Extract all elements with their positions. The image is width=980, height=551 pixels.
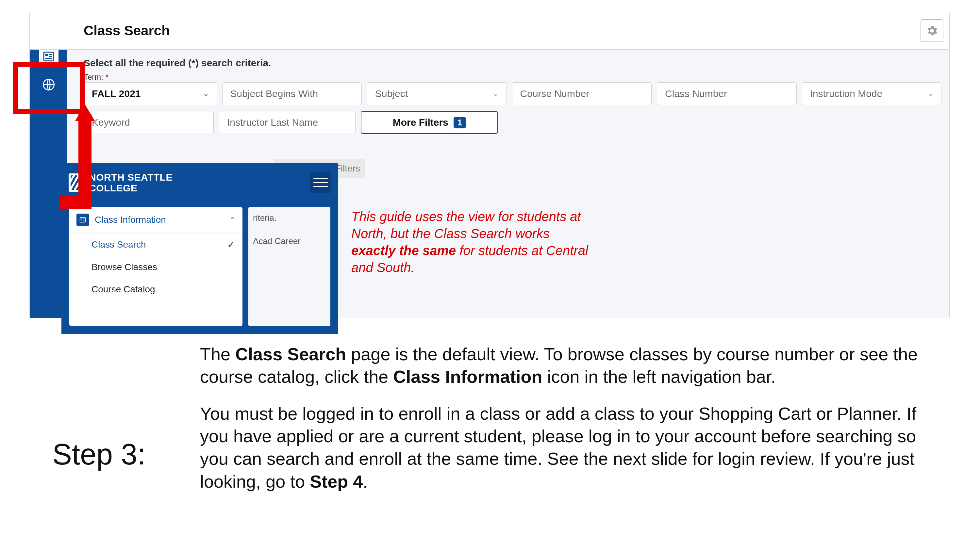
popout-menu-item-course-catalog[interactable]: Course Catalog xyxy=(69,278,242,300)
subject-begins-with-placeholder: Subject Begins With xyxy=(231,88,318,99)
svg-rect-2 xyxy=(49,54,52,55)
nav-popout-panel: NORTH SEATTLE COLLEGE Class Information … xyxy=(61,163,338,334)
keyword-placeholder: Keyword xyxy=(92,117,130,128)
required-marker: * xyxy=(105,73,108,81)
chevron-down-icon: ⌄ xyxy=(928,89,933,98)
popout-right-acad-text: Acad Career xyxy=(253,236,326,246)
guide-note: This guide uses the view for students at… xyxy=(351,208,652,276)
more-filters-button[interactable]: More Filters 1 xyxy=(361,111,498,134)
step-paragraph-2: You must be logged in to enroll in a cla… xyxy=(200,402,926,492)
chevron-up-icon: ⌃ xyxy=(229,216,235,224)
term-select[interactable]: FALL 2021 ⌄ xyxy=(84,82,217,105)
check-icon: ✓ xyxy=(227,239,235,250)
step-label: Step 3: xyxy=(52,438,145,471)
gear-icon xyxy=(926,24,939,37)
svg-rect-1 xyxy=(45,54,48,56)
hamburger-icon xyxy=(313,182,328,183)
popout-menu-item-label: Browse Classes xyxy=(92,262,157,272)
class-number-placeholder: Class Number xyxy=(665,88,727,99)
page-title: Class Search xyxy=(84,23,170,38)
svg-rect-10 xyxy=(83,220,84,221)
filter-row-1: FALL 2021 ⌄ Subject Begins With Subject … xyxy=(84,82,942,105)
class-information-icon-button[interactable] xyxy=(39,47,59,66)
keyword-input[interactable]: Keyword xyxy=(84,111,214,134)
chevron-down-icon: ⌄ xyxy=(493,89,499,98)
step-paragraph-1: The Class Search page is the default vie… xyxy=(200,343,926,388)
popout-menu-item-label: Class Search xyxy=(92,240,146,250)
class-number-input[interactable]: Class Number xyxy=(657,82,796,105)
popout-right-panel: riteria. Acad Career xyxy=(248,207,330,326)
subject-begins-with-input[interactable]: Subject Begins With xyxy=(222,82,362,105)
settings-button[interactable] xyxy=(921,19,943,42)
svg-rect-9 xyxy=(83,219,84,219)
popout-menu-item-label: Course Catalog xyxy=(92,284,155,295)
popout-menu-header-label: Class Information xyxy=(95,214,166,225)
globe-icon xyxy=(41,78,56,92)
more-filters-label: More Filters xyxy=(393,117,448,128)
instruction-mode-placeholder: Instruction Mode xyxy=(810,88,883,99)
college-logo xyxy=(68,173,85,192)
svg-rect-3 xyxy=(49,56,52,57)
term-label: Term: * xyxy=(84,73,942,82)
class-info-icon-small xyxy=(76,214,89,226)
more-filters-count-badge: 1 xyxy=(453,117,466,129)
popout-menu-item-browse-classes[interactable]: Browse Classes xyxy=(69,256,242,278)
term-label-text: Term: xyxy=(84,73,103,81)
search-instruction-text: Select all the required (*) search crite… xyxy=(84,57,942,68)
header-bar: Class Search xyxy=(30,12,949,50)
instruction-mode-select[interactable]: Instruction Mode ⌄ xyxy=(802,82,942,105)
subject-select[interactable]: Subject ⌄ xyxy=(367,82,506,105)
popout-menu: Class Information ⌃ Class Search ✓ Brows… xyxy=(69,207,242,326)
course-number-placeholder: Course Number xyxy=(520,88,590,99)
popout-menu-header[interactable]: Class Information ⌃ xyxy=(69,207,242,233)
college-name: NORTH SEATTLE COLLEGE xyxy=(89,172,173,193)
popout-header: NORTH SEATTLE COLLEGE xyxy=(63,165,337,200)
college-name-line1: NORTH SEATTLE xyxy=(89,172,173,183)
svg-rect-8 xyxy=(81,219,82,219)
svg-rect-4 xyxy=(45,58,52,59)
term-value: FALL 2021 xyxy=(92,88,141,99)
popout-right-criteria-text: riteria. xyxy=(253,213,326,223)
subject-placeholder: Subject xyxy=(375,88,408,99)
class-info-icon xyxy=(43,51,54,62)
step-body: The Class Search page is the default vie… xyxy=(200,343,926,493)
popout-body: Class Information ⌃ Class Search ✓ Brows… xyxy=(63,200,337,332)
popout-hamburger-button[interactable] xyxy=(310,172,331,193)
globe-icon-button[interactable] xyxy=(41,78,56,93)
filter-row-2: Keyword Instructor Last Name More Filter… xyxy=(84,111,942,134)
popout-menu-item-class-search[interactable]: Class Search ✓ xyxy=(69,233,242,256)
instructor-last-name-input[interactable]: Instructor Last Name xyxy=(219,111,356,134)
instructor-last-name-placeholder: Instructor Last Name xyxy=(227,117,318,128)
guide-note-line1: This guide uses the view for students at xyxy=(351,210,581,224)
college-name-line2: COLLEGE xyxy=(89,183,138,193)
guide-note-line3-rest: for students at Central xyxy=(456,243,588,258)
guide-note-line2: North, but the Class Search works xyxy=(351,226,550,241)
guide-note-line4: and South. xyxy=(351,260,415,275)
chevron-down-icon: ⌄ xyxy=(203,89,209,98)
course-number-input[interactable]: Course Number xyxy=(512,82,652,105)
guide-note-line3-bold: exactly the same xyxy=(351,243,456,258)
